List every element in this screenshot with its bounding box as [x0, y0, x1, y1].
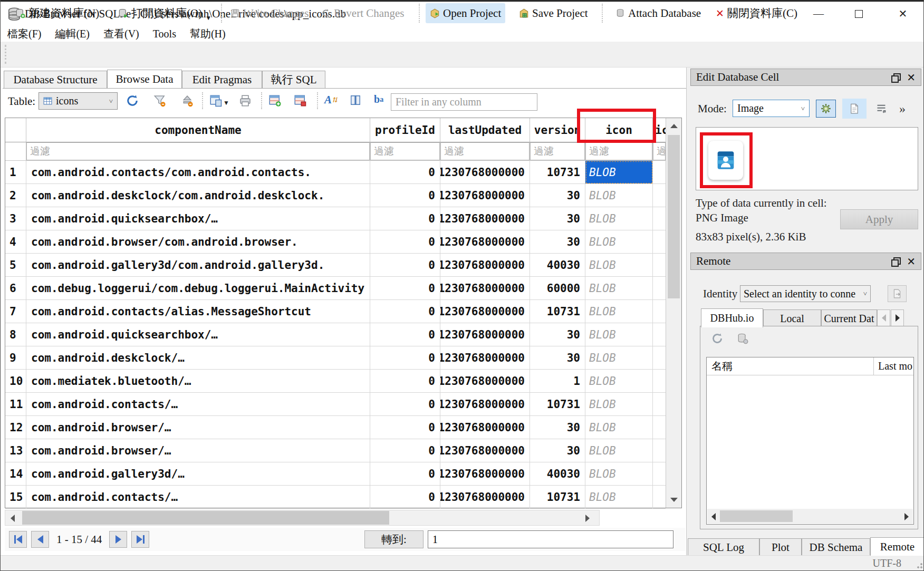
table-row[interactable]: 10 com.mediatek.bluetooth/… 0 1230768000… — [5, 370, 666, 393]
tab-scroll-left-button[interactable] — [877, 309, 890, 326]
last-page-button[interactable] — [131, 531, 149, 548]
table-row[interactable]: 4 com.android.browser/com.android.browse… — [5, 230, 666, 254]
menu-edit[interactable]: 編輯(E) — [48, 27, 97, 41]
cell-profileId[interactable]: 0 — [370, 462, 440, 486]
cell-version[interactable]: 10731 — [530, 486, 585, 509]
mode-select[interactable]: Image ˅ — [733, 100, 810, 117]
cell-version[interactable]: 1 — [530, 370, 585, 393]
tab-scroll-right-button[interactable] — [891, 309, 904, 326]
save-project-button[interactable]: Save Project — [515, 3, 592, 23]
cell-version[interactable]: 30 — [530, 207, 585, 230]
global-filter-input[interactable] — [391, 93, 537, 111]
cell-partial[interactable] — [653, 323, 666, 346]
cell-componentName[interactable]: com.android.contacts/… — [26, 393, 370, 416]
close-database-button[interactable]: ✕ 關閉資料庫(C) — [711, 3, 802, 23]
filter-version[interactable]: 過濾 — [530, 142, 585, 161]
menu-tools[interactable]: Tools — [146, 28, 183, 40]
cell-componentName[interactable]: com.android.quicksearchbox/… — [26, 207, 370, 230]
import-certificate-button[interactable] — [888, 285, 907, 302]
refresh-button[interactable] — [126, 94, 139, 107]
cell-profileId[interactable]: 0 — [370, 439, 440, 462]
remote-tab-local[interactable]: Local — [763, 309, 821, 327]
cell-profileId[interactable]: 0 — [370, 416, 440, 439]
scroll-down-arrow[interactable] — [666, 492, 681, 508]
cell-lastUpdated[interactable]: 1230768000000 — [440, 277, 530, 300]
table-row[interactable]: 14 com.android.gallery3d/… 0 12307680000… — [5, 462, 666, 486]
cell-version[interactable]: 60000 — [530, 277, 585, 300]
row-number[interactable]: 9 — [5, 346, 26, 370]
scroll-right-arrow[interactable] — [585, 515, 590, 522]
cell-version[interactable]: 40030 — [530, 254, 585, 277]
cell-lastUpdated[interactable]: 1230768000000 — [440, 323, 530, 346]
cell-icon-blob[interactable]: BLOB — [585, 346, 653, 370]
remote-scroll-thumb[interactable] — [720, 510, 793, 522]
cell-componentName[interactable]: com.android.gallery3d/… — [26, 462, 370, 486]
cell-version[interactable]: 40030 — [530, 462, 585, 486]
cell-lastUpdated[interactable]: 1230768000000 — [440, 161, 530, 184]
cell-componentName[interactable]: com.android.browser/… — [26, 416, 370, 439]
cell-profileId[interactable]: 0 — [370, 277, 440, 300]
cell-icon-blob[interactable]: BLOB — [585, 277, 653, 300]
table-row[interactable]: 8 com.android.quicksearchbox/… 0 1230768… — [5, 323, 666, 346]
menu-help[interactable]: 幫助(H) — [183, 27, 233, 41]
cell-version[interactable]: 10731 — [530, 161, 585, 184]
filter-lastUpdated[interactable]: 過濾 — [440, 142, 530, 161]
cell-icon-blob[interactable]: BLOB — [585, 230, 653, 254]
cell-componentName[interactable]: com.android.browser/… — [26, 439, 370, 462]
cell-partial[interactable] — [653, 462, 666, 486]
clear-filters-button[interactable] — [153, 94, 166, 107]
save-table-dropdown-icon[interactable]: ▼ — [223, 99, 229, 107]
cell-profileId[interactable]: 0 — [370, 254, 440, 277]
vertical-scrollbar[interactable] — [666, 118, 681, 508]
cell-icon-blob[interactable]: BLOB — [585, 370, 653, 393]
insert-record-button[interactable] — [268, 94, 281, 107]
table-row[interactable]: 7 com.android.contacts/alias.MessageShor… — [5, 300, 666, 323]
maximize-button[interactable] — [843, 2, 874, 26]
remote-horizontal-scrollbar[interactable] — [707, 509, 913, 524]
panel-close-icon[interactable]: ✕ — [907, 71, 916, 84]
dock-tab-sql-log[interactable]: SQL Log — [688, 538, 759, 556]
cell-lastUpdated[interactable]: 1230768000000 — [440, 416, 530, 439]
cell-partial[interactable] — [653, 393, 666, 416]
remote-tab-dbhub[interactable]: DBHub.io — [701, 308, 763, 327]
scroll-left-arrow[interactable] — [711, 513, 716, 520]
cell-profileId[interactable]: 0 — [370, 184, 440, 207]
filter-componentName[interactable]: 過濾 — [26, 142, 370, 161]
sort-button[interactable]: A⇅ — [324, 93, 338, 107]
cell-lastUpdated[interactable]: 1230768000000 — [440, 370, 530, 393]
cell-version[interactable]: 30 — [530, 184, 585, 207]
cell-lastUpdated[interactable]: 1230768000000 — [440, 300, 530, 323]
cell-profileId[interactable]: 0 — [370, 486, 440, 509]
cell-version[interactable]: 30 — [530, 346, 585, 370]
column-header-profileId[interactable]: profileId — [370, 118, 440, 142]
horizontal-scroll-thumb[interactable] — [22, 511, 389, 525]
remote-column-name[interactable]: 名稱 — [707, 357, 873, 375]
open-database-dropdown-icon[interactable]: ▼ — [205, 14, 211, 23]
row-number[interactable]: 8 — [5, 323, 26, 346]
row-number[interactable]: 1 — [5, 161, 26, 184]
cell-lastUpdated[interactable]: 1230768000000 — [440, 254, 530, 277]
table-row[interactable]: 3 com.android.quicksearchbox/… 0 1230768… — [5, 207, 666, 230]
cell-lastUpdated[interactable]: 1230768000000 — [440, 486, 530, 509]
menu-file[interactable]: 檔案(F) — [1, 27, 48, 41]
row-number[interactable]: 6 — [5, 277, 26, 300]
row-number[interactable]: 13 — [5, 439, 26, 462]
minimize-button[interactable]: — — [803, 2, 834, 26]
remote-tab-current-database[interactable]: Current Dat — [821, 309, 877, 327]
table-select[interactable]: icons ˅ — [38, 92, 118, 110]
cell-icon-blob[interactable]: BLOB — [585, 323, 653, 346]
cell-componentName[interactable]: com.android.deskclock/… — [26, 346, 370, 370]
row-number[interactable]: 2 — [5, 184, 26, 207]
row-number[interactable]: 15 — [5, 486, 26, 509]
word-wrap-button[interactable] — [872, 101, 891, 117]
cell-version[interactable]: 30 — [530, 230, 585, 254]
cell-lastUpdated[interactable]: 1230768000000 — [440, 230, 530, 254]
write-changes-button[interactable]: Write Changes — [226, 3, 313, 23]
cell-icon-blob[interactable]: BLOB — [585, 462, 653, 486]
menu-view[interactable]: 查看(V) — [97, 27, 146, 41]
row-number[interactable]: 12 — [5, 416, 26, 439]
cell-componentName[interactable]: com.android.quicksearchbox/… — [26, 323, 370, 346]
edit-cell-panel-header[interactable]: Edit Database Cell ✕ — [690, 69, 921, 86]
goto-record-input[interactable] — [428, 530, 673, 548]
cell-lastUpdated[interactable]: 1230768000000 — [440, 393, 530, 416]
